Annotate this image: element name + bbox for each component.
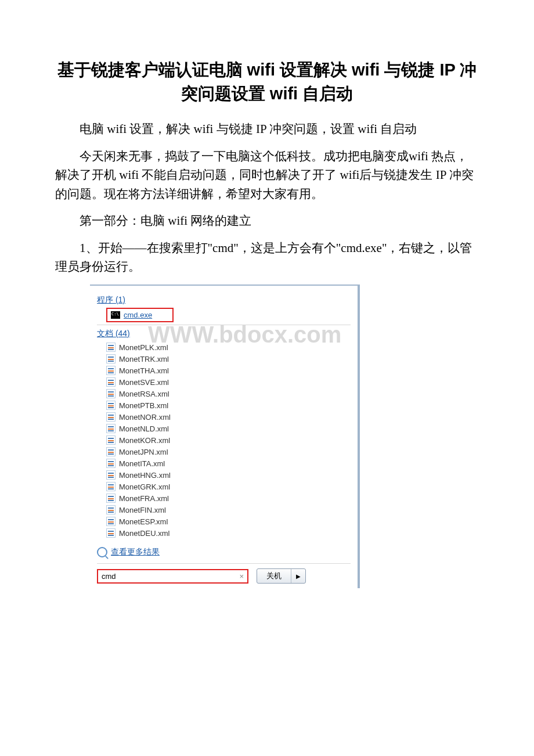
cmd-exe-result[interactable]: cmd.exe xyxy=(106,308,174,322)
list-item[interactable]: MonetNLD.xml xyxy=(106,423,351,434)
file-name: MonetTRK.xml xyxy=(119,355,169,363)
clear-icon[interactable]: × xyxy=(239,572,244,581)
chevron-right-icon[interactable]: ▶ xyxy=(291,569,305,583)
list-item[interactable]: MonetDEU.xml xyxy=(106,527,351,539)
shutdown-button[interactable]: 关机 ▶ xyxy=(257,568,306,584)
xml-file-icon xyxy=(106,459,116,468)
list-item[interactable]: MonetITA.xml xyxy=(106,458,351,469)
file-name: MonetNOR.xml xyxy=(119,413,171,422)
search-icon xyxy=(97,547,107,557)
list-item[interactable]: MonetNOR.xml xyxy=(106,411,351,423)
list-item[interactable]: MonetJPN.xml xyxy=(106,446,351,458)
file-name: MonetNLD.xml xyxy=(119,424,169,433)
cmd-exe-label: cmd.exe xyxy=(124,311,152,319)
list-item[interactable]: MonetKOR.xml xyxy=(106,434,351,446)
more-results-link[interactable]: 查看更多结果 xyxy=(97,547,351,557)
file-name: MonetPLK.xml xyxy=(119,343,168,352)
file-name: MonetGRK.xml xyxy=(119,483,170,491)
list-item[interactable]: MonetFIN.xml xyxy=(106,504,351,516)
xml-file-icon xyxy=(106,424,116,433)
xml-file-icon xyxy=(106,482,116,491)
list-item[interactable]: MonetGRK.xml xyxy=(106,481,351,492)
file-name: MonetDEU.xml xyxy=(119,529,169,538)
file-name: MonetJPN.xml xyxy=(119,448,168,456)
xml-file-icon xyxy=(106,343,116,352)
file-list: MonetPLK.xmlMonetTRK.xmlMonetTHA.xmlMone… xyxy=(106,341,351,539)
programs-header: 程序 (1) xyxy=(97,295,351,305)
shutdown-label: 关机 xyxy=(257,569,291,583)
file-name: MonetITA.xml xyxy=(119,459,165,468)
list-item[interactable]: MonetTHA.xml xyxy=(106,365,351,376)
body-paragraph-1: 今天闲来无事，捣鼓了一下电脑这个低科技。成功把电脑变成wifi 热点，解决了开机… xyxy=(55,147,479,204)
start-menu-screenshot: WWW.bdocx.com 程序 (1) cmd.exe 文档 (44) Mon… xyxy=(90,285,360,588)
file-name: MonetPTB.xml xyxy=(119,401,168,410)
xml-file-icon xyxy=(106,505,116,514)
list-item[interactable]: MonetESP.xml xyxy=(106,516,351,527)
file-name: MonetHNG.xml xyxy=(119,471,171,480)
xml-file-icon xyxy=(106,470,116,480)
xml-file-icon xyxy=(106,412,116,422)
list-item[interactable]: MonetPLK.xml xyxy=(106,341,351,353)
xml-file-icon xyxy=(106,528,116,538)
bottom-bar: cmd × 关机 ▶ xyxy=(97,563,351,584)
list-item[interactable]: MonetFRA.xml xyxy=(106,492,351,504)
docs-header: 文档 (44) xyxy=(97,329,351,339)
file-name: MonetRSA.xml xyxy=(119,390,169,398)
file-name: MonetFRA.xml xyxy=(119,494,169,503)
list-item[interactable]: MonetRSA.xml xyxy=(106,388,351,399)
section-heading: 第一部分：电脑 wifi 网络的建立 xyxy=(55,211,479,231)
document-title: 基于锐捷客户端认证电脑 wifi 设置解决 wifi 与锐捷 IP 冲突问题设置… xyxy=(55,58,479,105)
xml-file-icon xyxy=(106,401,116,410)
search-value: cmd xyxy=(102,572,116,581)
xml-file-icon xyxy=(106,389,116,398)
xml-file-icon xyxy=(106,447,116,456)
file-name: MonetESP.xml xyxy=(119,517,168,526)
divider xyxy=(97,325,351,325)
step-1: 1、开始——在搜索里打"cmd"，这是上方会有个"cmd.exe"，右键之，以管… xyxy=(55,239,479,276)
list-item[interactable]: MonetTRK.xml xyxy=(106,353,351,365)
cmd-icon xyxy=(111,311,120,319)
xml-file-icon xyxy=(106,494,116,503)
list-item[interactable]: MonetPTB.xml xyxy=(106,399,351,411)
xml-file-icon xyxy=(106,366,116,375)
file-name: MonetKOR.xml xyxy=(119,436,170,445)
list-item[interactable]: MonetHNG.xml xyxy=(106,469,351,481)
intro-paragraph: 电脑 wifi 设置，解决 wifi 与锐捷 IP 冲突问题，设置 wifi 自… xyxy=(55,120,479,139)
file-name: MonetFIN.xml xyxy=(119,506,166,514)
file-name: MonetTHA.xml xyxy=(119,366,169,375)
xml-file-icon xyxy=(106,377,116,387)
xml-file-icon xyxy=(106,435,116,445)
xml-file-icon xyxy=(106,517,116,526)
list-item[interactable]: MonetSVE.xml xyxy=(106,376,351,388)
file-name: MonetSVE.xml xyxy=(119,378,169,387)
search-input[interactable]: cmd × xyxy=(97,569,248,584)
xml-file-icon xyxy=(106,354,116,363)
